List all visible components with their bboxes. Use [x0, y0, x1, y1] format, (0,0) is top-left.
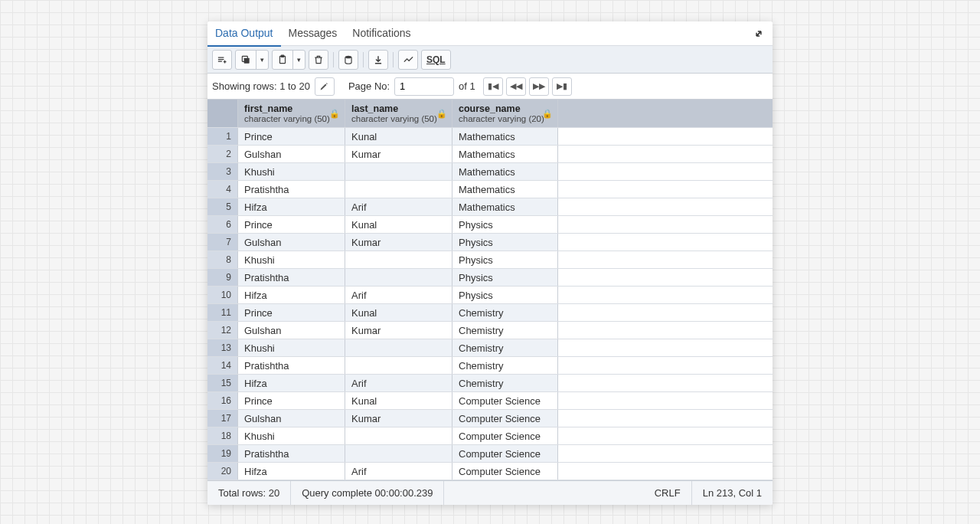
table-row[interactable]: 2GulshanKumarMathematics — [207, 146, 773, 163]
table-row[interactable]: 6PrinceKunalPhysics — [207, 216, 773, 234]
cell-course-name[interactable]: Computer Science — [452, 392, 558, 409]
table-row[interactable]: 20HifzaArifComputer Science — [207, 463, 773, 480]
cell-first-name[interactable]: Pratishtha — [238, 269, 345, 286]
table-row[interactable]: 8KhushiPhysics — [207, 251, 773, 269]
paste-button[interactable] — [273, 50, 292, 70]
cell-first-name[interactable]: Prince — [238, 128, 345, 145]
cell-course-name[interactable]: Chemistry — [452, 375, 558, 391]
cell-course-name[interactable]: Computer Science — [452, 463, 558, 480]
cell-course-name[interactable]: Physics — [452, 269, 558, 286]
cell-last-name[interactable]: Arif — [345, 198, 452, 215]
copy-button[interactable] — [236, 50, 256, 70]
cell-course-name[interactable]: Mathematics — [452, 163, 558, 180]
row-number[interactable]: 5 — [207, 198, 238, 215]
status-line-ending[interactable]: CRLF — [644, 481, 692, 506]
cell-last-name[interactable]: Kunal — [345, 128, 452, 145]
expand-button[interactable] — [748, 23, 769, 44]
last-page-button[interactable]: ▶▮ — [552, 77, 572, 96]
cell-first-name[interactable]: Hifza — [238, 198, 345, 215]
row-number[interactable]: 11 — [207, 304, 238, 321]
cell-last-name[interactable]: Kumar — [345, 322, 452, 339]
cell-first-name[interactable]: Khushi — [238, 163, 345, 180]
row-number[interactable]: 9 — [207, 269, 238, 286]
table-row[interactable]: 10HifzaArifPhysics — [207, 287, 773, 304]
table-row[interactable]: 11PrinceKunalChemistry — [207, 304, 773, 322]
prev-page-button[interactable]: ◀◀ — [506, 77, 526, 96]
table-row[interactable]: 15HifzaArifChemistry — [207, 375, 773, 392]
cell-first-name[interactable]: Gulshan — [238, 410, 345, 427]
column-header-last-name[interactable]: last_name character varying (50) 🔒 — [345, 100, 452, 127]
row-number[interactable]: 2 — [207, 146, 238, 162]
cell-course-name[interactable]: Mathematics — [452, 181, 558, 198]
cell-first-name[interactable]: Hifza — [238, 287, 345, 303]
row-number[interactable]: 6 — [207, 216, 238, 233]
table-row[interactable]: 7GulshanKumarPhysics — [207, 234, 773, 251]
cell-last-name[interactable] — [345, 357, 452, 374]
copy-split-button[interactable]: ▾ — [235, 50, 269, 70]
column-header-first-name[interactable]: first_name character varying (50) 🔒 — [238, 100, 345, 127]
table-row[interactable]: 5HifzaArifMathematics — [207, 198, 773, 216]
cell-last-name[interactable] — [345, 339, 452, 356]
row-number[interactable]: 8 — [207, 251, 238, 268]
cell-course-name[interactable]: Computer Science — [452, 427, 558, 444]
cell-course-name[interactable]: Mathematics — [452, 128, 558, 145]
cell-last-name[interactable]: Arif — [345, 287, 452, 303]
edit-rows-button[interactable] — [315, 77, 335, 96]
row-number[interactable]: 3 — [207, 163, 238, 180]
table-row[interactable]: 12GulshanKumarChemistry — [207, 322, 773, 339]
download-button[interactable] — [368, 50, 388, 70]
table-row[interactable]: 18KhushiComputer Science — [207, 427, 773, 445]
cell-course-name[interactable]: Computer Science — [452, 410, 558, 427]
cell-last-name[interactable]: Arif — [345, 463, 452, 480]
cell-last-name[interactable]: Kunal — [345, 216, 452, 233]
row-number[interactable]: 12 — [207, 322, 238, 339]
tab-messages[interactable]: Messages — [281, 21, 345, 47]
row-number[interactable]: 1 — [207, 128, 238, 145]
table-row[interactable]: 19PratishthaComputer Science — [207, 445, 773, 463]
cell-last-name[interactable]: Arif — [345, 375, 452, 391]
cell-first-name[interactable]: Prince — [238, 216, 345, 233]
row-number[interactable]: 14 — [207, 357, 238, 374]
cell-course-name[interactable]: Mathematics — [452, 198, 558, 215]
cell-first-name[interactable]: Hifza — [238, 375, 345, 391]
copy-dropdown[interactable]: ▾ — [256, 50, 268, 70]
next-page-button[interactable]: ▶▶ — [529, 77, 549, 96]
table-row[interactable]: 14PratishthaChemistry — [207, 357, 773, 375]
table-row[interactable]: 1PrinceKunalMathematics — [207, 128, 773, 146]
add-row-button[interactable] — [212, 50, 232, 70]
save-data-button[interactable] — [338, 50, 358, 70]
cell-course-name[interactable]: Chemistry — [452, 322, 558, 339]
cell-course-name[interactable]: Physics — [452, 251, 558, 268]
cell-last-name[interactable]: Kunal — [345, 392, 452, 409]
table-row[interactable]: 17GulshanKumarComputer Science — [207, 410, 773, 427]
cell-first-name[interactable]: Khushi — [238, 339, 345, 356]
tab-notifications[interactable]: Notifications — [345, 21, 418, 47]
row-number[interactable]: 15 — [207, 375, 238, 391]
row-number[interactable]: 7 — [207, 234, 238, 251]
row-number[interactable]: 18 — [207, 427, 238, 444]
row-number[interactable]: 10 — [207, 287, 238, 303]
table-row[interactable]: 16PrinceKunalComputer Science — [207, 392, 773, 410]
cell-first-name[interactable]: Hifza — [238, 463, 345, 480]
cell-first-name[interactable]: Prince — [238, 304, 345, 321]
page-no-input[interactable] — [394, 77, 454, 96]
cell-last-name[interactable] — [345, 181, 452, 198]
paste-split-button[interactable]: ▾ — [272, 50, 305, 70]
cell-course-name[interactable]: Chemistry — [452, 304, 558, 321]
table-row[interactable]: 9PratishthaPhysics — [207, 269, 773, 287]
sql-button[interactable]: SQL — [421, 50, 451, 70]
cell-first-name[interactable]: Pratishtha — [238, 357, 345, 374]
cell-first-name[interactable]: Prince — [238, 392, 345, 409]
cell-last-name[interactable]: Kumar — [345, 234, 452, 251]
cell-last-name[interactable] — [345, 427, 452, 444]
cell-course-name[interactable]: Physics — [452, 216, 558, 233]
column-header-course-name[interactable]: course_name character varying (20) 🔒 — [452, 100, 558, 127]
row-number[interactable]: 16 — [207, 392, 238, 409]
cell-last-name[interactable] — [345, 445, 452, 462]
tab-data-output[interactable]: Data Output — [207, 21, 281, 47]
delete-button[interactable] — [309, 50, 328, 70]
row-number[interactable]: 19 — [207, 445, 238, 462]
cell-first-name[interactable]: Pratishtha — [238, 445, 345, 462]
paste-dropdown[interactable]: ▾ — [292, 50, 305, 70]
cell-course-name[interactable]: Chemistry — [452, 357, 558, 374]
